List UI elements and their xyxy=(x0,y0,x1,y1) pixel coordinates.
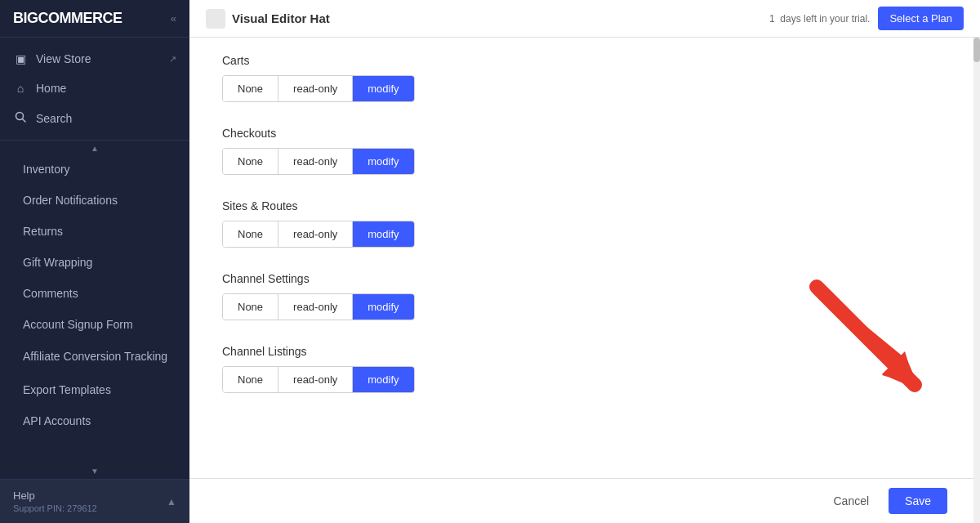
sidebar-footer-help: Help xyxy=(13,489,97,502)
scroll-up-indicator: ▲ xyxy=(91,144,99,153)
channel-settings-modify-button[interactable]: modify xyxy=(353,294,413,320)
store-icon: ▣ xyxy=(13,52,28,65)
trial-text: days left in your trial. xyxy=(780,13,870,25)
external-link-icon: ↗ xyxy=(169,54,176,65)
sidebar-item-account-signup-form[interactable]: Account Signup Form xyxy=(0,309,189,340)
scroll-down-indicator: ▼ xyxy=(91,467,99,476)
sidebar-item-search[interactable]: Search xyxy=(0,103,189,133)
permission-section-channel-listings: Channel Listings None read-only modify xyxy=(222,345,947,401)
channel-listings-none-button[interactable]: None xyxy=(223,367,278,392)
sites-routes-read-only-button[interactable]: read-only xyxy=(278,221,353,247)
channel-listings-modify-button[interactable]: modify xyxy=(353,367,413,392)
permission-buttons-carts: None read-only modify xyxy=(222,75,415,102)
topbar-app-icon xyxy=(206,9,225,29)
section-label-checkouts: Checkouts xyxy=(222,127,947,140)
bottom-bar: Cancel Save xyxy=(189,478,980,523)
sidebar-item-label: Home xyxy=(36,82,66,95)
select-plan-button[interactable]: Select a Plan xyxy=(878,7,964,30)
sidebar-nav-top: ▣ View Store ↗ ⌂ Home Search xyxy=(0,38,189,141)
sidebar: BIGCOMMERCE « ▣ View Store ↗ ⌂ Home Sear… xyxy=(0,0,189,523)
sidebar-item-label: View Store xyxy=(36,52,91,65)
sidebar-item-export-templates[interactable]: Export Templates xyxy=(0,374,189,405)
channel-settings-none-button[interactable]: None xyxy=(223,294,278,320)
sidebar-item-order-notifications[interactable]: Order Notifications xyxy=(0,185,189,216)
carts-none-button[interactable]: None xyxy=(223,76,278,101)
carts-read-only-button[interactable]: read-only xyxy=(278,76,353,101)
sidebar-logo: BIGCOMMERCE « xyxy=(0,0,189,38)
scrollbar-track[interactable] xyxy=(973,38,980,523)
svg-line-1 xyxy=(23,119,26,123)
permission-buttons-sites-routes: None read-only modify xyxy=(222,221,415,248)
sidebar-footer: Help Support PIN: 279612 ▲ xyxy=(0,479,189,523)
section-label-channel-listings: Channel Listings xyxy=(222,345,947,358)
sidebar-item-view-store[interactable]: ▣ View Store ↗ xyxy=(0,44,189,74)
channel-listings-read-only-button[interactable]: read-only xyxy=(278,367,353,392)
section-label-sites-routes: Sites & Routes xyxy=(222,199,947,212)
topbar-title-area: Visual Editor Hat xyxy=(206,9,330,29)
carts-modify-button[interactable]: modify xyxy=(353,76,413,101)
sidebar-item-api-accounts[interactable]: API Accounts xyxy=(0,405,189,436)
sites-routes-modify-button[interactable]: modify xyxy=(353,221,413,247)
checkouts-modify-button[interactable]: modify xyxy=(353,149,413,174)
sidebar-scroll-area: ▲ Inventory Order Notifications Returns … xyxy=(0,141,189,479)
content-area: Carts None read-only modify Checkouts No… xyxy=(189,38,980,523)
sidebar-item-label: Search xyxy=(36,112,72,125)
permission-buttons-checkouts: None read-only modify xyxy=(222,148,415,175)
permission-buttons-channel-listings: None read-only modify xyxy=(222,366,415,393)
topbar-title-text: Visual Editor Hat xyxy=(232,11,330,25)
sidebar-item-home[interactable]: ⌂ Home xyxy=(0,74,189,103)
trial-days-text: 1 days left in your trial. xyxy=(769,13,870,25)
permission-section-sites-routes: Sites & Routes None read-only modify xyxy=(222,199,947,256)
main-content: Visual Editor Hat 1 days left in your tr… xyxy=(189,0,980,523)
permission-section-channel-settings: Channel Settings None read-only modify xyxy=(222,272,947,329)
sites-routes-none-button[interactable]: None xyxy=(223,221,278,247)
cancel-button[interactable]: Cancel xyxy=(822,488,880,514)
checkouts-none-button[interactable]: None xyxy=(223,149,278,174)
home-icon: ⌂ xyxy=(13,82,28,95)
sidebar-footer-chevron-icon[interactable]: ▲ xyxy=(167,496,176,507)
content-scroll: Carts None read-only modify Checkouts No… xyxy=(189,38,980,478)
sidebar-item-returns[interactable]: Returns xyxy=(0,216,189,247)
trial-days-count: 1 xyxy=(769,13,775,25)
section-label-carts: Carts xyxy=(222,54,947,67)
save-button[interactable]: Save xyxy=(889,488,947,514)
section-label-channel-settings: Channel Settings xyxy=(222,272,947,285)
search-icon xyxy=(13,111,28,125)
topbar: Visual Editor Hat 1 days left in your tr… xyxy=(189,0,980,38)
sidebar-footer-support-pin: Support PIN: 279612 xyxy=(13,503,97,513)
content-inner: Carts None read-only modify Checkouts No… xyxy=(189,38,980,478)
checkouts-read-only-button[interactable]: read-only xyxy=(278,149,353,174)
permission-buttons-channel-settings: None read-only modify xyxy=(222,293,415,320)
channel-settings-read-only-button[interactable]: read-only xyxy=(278,294,353,320)
permission-section-carts: Carts None read-only modify xyxy=(222,54,947,110)
scrollbar-thumb[interactable] xyxy=(973,38,980,62)
sidebar-item-inventory[interactable]: Inventory xyxy=(0,154,189,185)
logo-text: BIGCOMMERCE xyxy=(13,10,122,27)
sidebar-item-affiliate-conversion-tracking[interactable]: Affiliate Conversion Tracking xyxy=(0,340,189,374)
permission-section-checkouts: Checkouts None read-only modify xyxy=(222,127,947,183)
topbar-right: 1 days left in your trial. Select a Plan xyxy=(769,7,964,30)
sidebar-item-gift-wrapping[interactable]: Gift Wrapping xyxy=(0,247,189,278)
sidebar-collapse-icon[interactable]: « xyxy=(171,12,176,25)
sidebar-item-comments[interactable]: Comments xyxy=(0,278,189,309)
